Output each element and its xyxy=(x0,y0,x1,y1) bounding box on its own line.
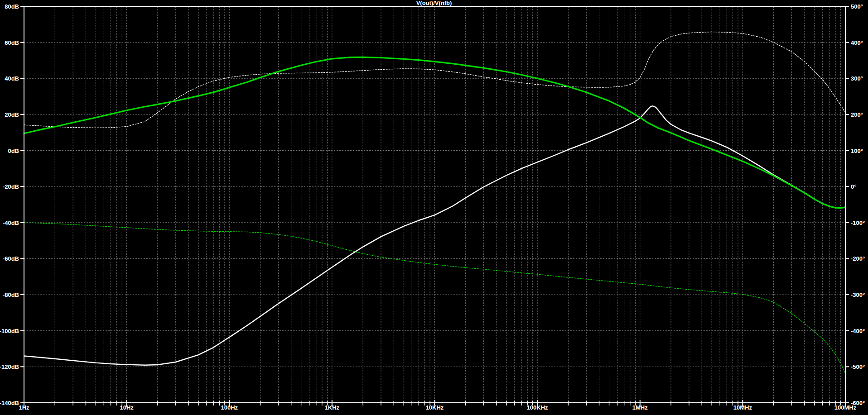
y-right-label[interactable]: 400° xyxy=(851,39,863,46)
y-left-label[interactable]: 0dB xyxy=(8,148,19,154)
y-left-label[interactable]: 20dB xyxy=(5,111,19,118)
y-right-label[interactable]: -600° xyxy=(851,400,865,406)
y-right-label[interactable]: -100° xyxy=(851,219,865,226)
y-right-label[interactable]: 0° xyxy=(851,183,856,190)
y-right-label[interactable]: -400° xyxy=(851,328,865,334)
plot-title[interactable]: V(out)/V(nfb) xyxy=(416,0,452,6)
y-right-label[interactable]: -200° xyxy=(851,255,865,262)
y-left-label[interactable]: 60dB xyxy=(5,39,19,46)
x-axis-label[interactable]: 10Hz xyxy=(120,404,134,411)
x-axis-label[interactable]: 10KHz xyxy=(426,404,444,411)
y-right-label[interactable]: -500° xyxy=(851,363,865,370)
y-left-label[interactable]: 40dB xyxy=(5,75,19,82)
y-left-label[interactable]: -40dB xyxy=(3,219,19,226)
y-left-label[interactable]: -60dB xyxy=(3,255,19,262)
x-axis-label[interactable]: 1MHz xyxy=(632,404,648,411)
x-axis-label[interactable]: 100Hz xyxy=(221,404,238,411)
y-left-label[interactable]: -140dB xyxy=(0,400,19,406)
y-left-label[interactable]: -100dB xyxy=(0,328,19,334)
x-axis-label[interactable]: 100KHz xyxy=(527,404,548,411)
bode-plot-canvas: 1Hz10Hz100Hz1KHz10KHz100KHz1MHz10MHz100M… xyxy=(0,0,868,415)
x-axis-label[interactable]: 10MHz xyxy=(733,404,752,411)
x-axis-label[interactable]: 1Hz xyxy=(19,404,29,411)
y-right-label[interactable]: 500° xyxy=(851,3,863,10)
y-left-label[interactable]: -80dB xyxy=(3,291,19,298)
x-axis-label[interactable]: 1KHz xyxy=(325,404,340,411)
y-right-label[interactable]: -300° xyxy=(851,291,865,298)
y-right-label[interactable]: 100° xyxy=(851,148,863,154)
y-left-label[interactable]: -120dB xyxy=(0,363,19,370)
y-left-label[interactable]: -20dB xyxy=(3,183,19,190)
y-right-label[interactable]: 200° xyxy=(851,111,863,118)
y-left-label[interactable]: 80dB xyxy=(5,3,19,10)
y-right-label[interactable]: 300° xyxy=(851,75,863,82)
